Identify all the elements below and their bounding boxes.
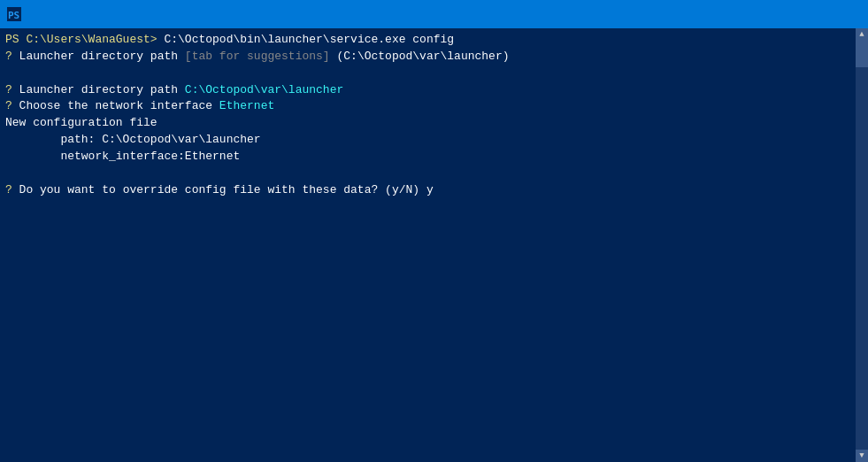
terminal-line bbox=[5, 166, 850, 182]
title-bar: PS bbox=[0, 0, 868, 28]
minimize-button[interactable] bbox=[739, 0, 780, 28]
scrollbar-track[interactable] bbox=[856, 41, 868, 450]
terminal-line: PS C:\Users\WanaGuest> C:\Octopod\bin\la… bbox=[5, 32, 850, 49]
terminal-line: ? Launcher directory path [tab for sugge… bbox=[5, 49, 850, 65]
terminal-line: New configuration file bbox=[5, 115, 850, 132]
terminal-window: PS C:\Users\WanaGuest> C:\Octopod\bin\la… bbox=[0, 28, 868, 462]
terminal-line bbox=[5, 65, 850, 82]
terminal-line: ? Choose the network interface Ethernet bbox=[5, 98, 850, 115]
app-icon: PS bbox=[7, 7, 21, 21]
terminal-content[interactable]: PS C:\Users\WanaGuest> C:\Octopod\bin\la… bbox=[0, 28, 856, 462]
terminal-line: path: C:\Octopod\var\launcher bbox=[5, 132, 850, 149]
scrollbar[interactable]: ▲ ▼ bbox=[856, 28, 868, 462]
window-controls bbox=[739, 0, 861, 28]
maximize-button[interactable] bbox=[780, 0, 820, 28]
terminal-line: network_interface:Ethernet bbox=[5, 149, 850, 166]
svg-text:PS: PS bbox=[8, 10, 19, 21]
scroll-down-arrow[interactable]: ▼ bbox=[856, 450, 868, 462]
terminal-line: ? Do you want to override config file wi… bbox=[5, 182, 850, 199]
scrollbar-thumb[interactable] bbox=[856, 41, 868, 67]
scroll-up-arrow[interactable]: ▲ bbox=[856, 28, 868, 41]
close-button[interactable] bbox=[820, 0, 861, 28]
terminal-line: ? Launcher directory path C:\Octopod\var… bbox=[5, 82, 850, 99]
